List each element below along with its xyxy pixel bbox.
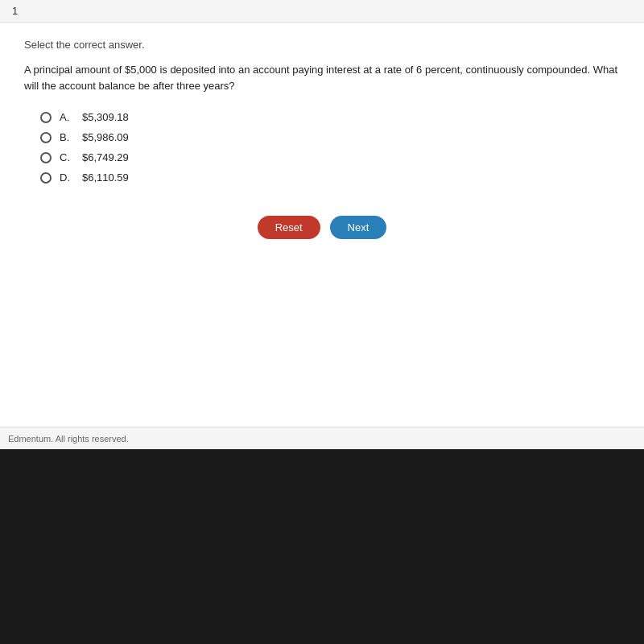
radio-a[interactable]	[40, 112, 52, 123]
question-content: Select the correct answer. A principal a…	[0, 23, 644, 427]
question-number-bar: 1	[0, 0, 644, 23]
answer-options: A. $5,309.18 B. $5,986.09 C. $6,749.29 D…	[40, 111, 620, 184]
footer-bar: Edmentum. All rights reserved.	[0, 427, 644, 449]
option-b[interactable]: B. $5,986.09	[40, 131, 620, 143]
quiz-panel: 1 Select the correct answer. A principal…	[0, 0, 644, 427]
option-c[interactable]: C. $6,749.29	[40, 151, 620, 163]
option-label-c: C.	[60, 151, 74, 163]
buttons-row: Reset Next	[24, 208, 620, 255]
footer-text: Edmentum. All rights reserved.	[8, 434, 129, 444]
question-text: A principal amount of $5,000 is deposite…	[24, 62, 620, 93]
radio-b[interactable]	[40, 132, 52, 143]
dark-background	[0, 449, 644, 644]
reset-button[interactable]: Reset	[258, 216, 320, 239]
question-number: 1	[12, 5, 18, 17]
option-value-b: $5,986.09	[82, 131, 129, 143]
option-a[interactable]: A. $5,309.18	[40, 111, 620, 123]
option-value-c: $6,749.29	[82, 151, 129, 163]
option-value-a: $5,309.18	[82, 111, 129, 123]
next-button[interactable]: Next	[330, 216, 387, 239]
option-d[interactable]: D. $6,110.59	[40, 171, 620, 184]
instruction-text: Select the correct answer.	[24, 39, 620, 51]
option-label-b: B.	[60, 131, 74, 143]
radio-d[interactable]	[40, 172, 52, 184]
radio-c[interactable]	[40, 152, 52, 163]
option-label-a: A.	[60, 111, 74, 123]
option-value-d: $6,110.59	[82, 171, 129, 184]
option-label-d: D.	[60, 171, 74, 184]
